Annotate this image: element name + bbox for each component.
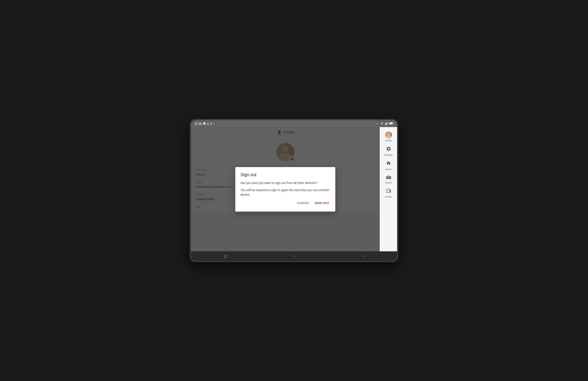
status-right: 🔇 [375,122,394,125]
robot-icon [386,175,391,181]
svg-rect-18 [387,190,389,190]
dialog-actions: CANCEL SIGN OUT [240,200,330,206]
svg-rect-5 [389,123,392,124]
svg-rect-6 [393,123,394,124]
sidebar-item-home[interactable]: Home [380,158,397,173]
sign-out-dialog: Sign out Are you sure you want to sign o… [235,167,335,211]
tablet-screen: 17:19 🖼 △ ⊙ ● 🔇 [191,120,397,261]
sidebar-item-library[interactable]: Library [380,186,397,200]
sidebar-item-profile[interactable]: Profile [380,129,397,144]
image-icon: 🖼 [203,122,206,125]
sidebar-label-library: Library [385,195,392,198]
profile-area: 👤 Profile ⋮ [191,127,380,251]
svg-rect-13 [388,177,389,177]
svg-rect-12 [389,177,390,178]
settings-icon [386,146,391,153]
account-icon: ⊙ [210,122,212,125]
notification-icon: △ [207,122,209,125]
time-display: 17:19 [194,122,202,125]
svg-rect-0 [385,124,386,125]
main-content: 👤 Profile ⋮ [191,127,397,251]
sign-out-button[interactable]: SIGN OUT [314,200,330,206]
svg-rect-2 [386,122,387,125]
svg-point-15 [388,175,389,176]
dot-icon: ● [213,123,215,125]
dialog-body-line1: Are you sure you want to sign out from a… [240,181,330,185]
svg-rect-9 [386,177,387,178]
sidebar-label-settings: Settings [384,153,393,156]
recent-apps-button[interactable]: ||| [219,252,232,260]
svg-marker-17 [390,189,391,193]
profile-avatar-icon [385,132,392,138]
mute-icon: 🔇 [375,122,379,125]
right-sidebar: Profile Settings [380,127,397,251]
svg-rect-3 [387,122,388,125]
sidebar-label-robot: Robot [385,181,392,184]
wifi-icon [380,122,384,125]
dialog-overlay: Sign out Are you sure you want to sign o… [191,127,380,251]
bottom-nav: ||| ○ ‹ [191,251,397,261]
sidebar-item-settings[interactable]: Settings [380,144,397,158]
sidebar-item-robot[interactable]: Robot [380,173,397,186]
sidebar-label-profile: Profile [385,139,392,142]
svg-rect-19 [387,190,388,191]
dialog-body: Are you sure you want to sign out from a… [240,181,330,197]
dialog-title: Sign out [240,172,330,177]
tablet-device: 17:19 🖼 △ ⊙ ● 🔇 [190,119,398,262]
status-left: 17:19 🖼 △ ⊙ ● [194,122,215,125]
home-button[interactable]: ○ [288,252,301,260]
svg-rect-1 [386,123,386,125]
svg-rect-8 [386,176,391,179]
svg-marker-20 [387,191,388,193]
home-icon [386,161,391,167]
cancel-button[interactable]: CANCEL [296,200,310,206]
back-button[interactable]: ‹ [357,251,369,261]
battery-icon [389,122,394,125]
library-icon [386,188,391,194]
status-bar: 17:19 🖼 △ ⊙ ● 🔇 [191,120,397,127]
svg-rect-11 [387,177,388,178]
sidebar-label-home: Home [385,168,392,171]
dialog-body-line2: You will be required to sign in again th… [240,188,330,197]
svg-rect-10 [390,177,391,178]
signal-icon [385,122,388,125]
